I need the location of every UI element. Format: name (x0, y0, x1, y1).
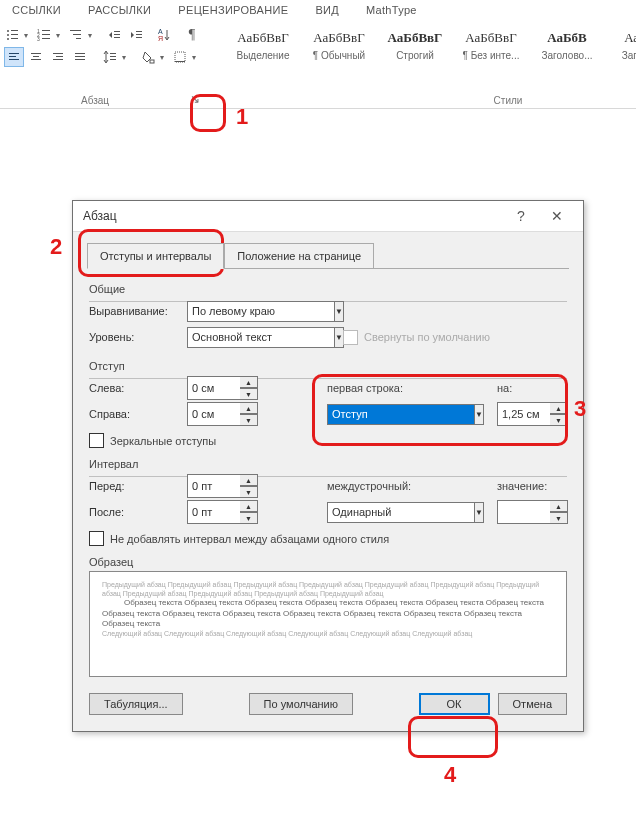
chevron-down-icon[interactable]: ▼ (474, 404, 484, 425)
firstline-select[interactable] (327, 404, 474, 425)
svg-rect-37 (110, 59, 116, 60)
alignment-select[interactable] (187, 301, 334, 322)
align-center-button[interactable] (26, 47, 46, 67)
help-button[interactable]: ? (503, 202, 539, 230)
chevron-down-icon[interactable]: ▼ (474, 502, 484, 523)
ribbon-tab[interactable]: РЕЦЕНЗИРОВАНИЕ (166, 0, 300, 20)
indent-left-field[interactable] (187, 376, 240, 400)
indent-right-field[interactable] (187, 402, 240, 426)
spin-up-icon[interactable]: ▲ (550, 500, 568, 512)
svg-rect-25 (9, 59, 19, 60)
annotation-2: 2 (50, 234, 62, 260)
spin-up-icon[interactable]: ▲ (240, 376, 258, 388)
svg-rect-31 (53, 59, 63, 60)
bullets-button[interactable] (2, 25, 22, 45)
shading-button[interactable] (138, 47, 158, 67)
spin-down-icon[interactable]: ▼ (550, 512, 568, 524)
close-button[interactable]: ✕ (539, 202, 575, 230)
svg-point-0 (7, 30, 9, 32)
ok-button[interactable]: ОК (419, 693, 490, 715)
ribbon-tab[interactable]: РАССЫЛКИ (76, 0, 163, 20)
numbering-button[interactable]: 123 (34, 25, 54, 45)
svg-text:3: 3 (37, 36, 40, 42)
style-tile[interactable]: АаБбВвГВыделение (228, 24, 298, 106)
show-marks-button[interactable]: ¶ (182, 25, 202, 45)
style-tile[interactable]: АаБбВЗаголово (608, 24, 636, 106)
spin-up-icon[interactable]: ▲ (240, 402, 258, 414)
svg-rect-16 (114, 34, 120, 35)
svg-rect-27 (33, 56, 39, 57)
tabulation-button[interactable]: Табуляция... (89, 693, 183, 715)
chevron-down-icon[interactable]: ▾ (122, 53, 130, 62)
svg-rect-11 (42, 38, 50, 39)
style-tile[interactable]: АаБбВЗаголово... (532, 24, 602, 106)
increase-indent-button[interactable] (126, 25, 146, 45)
style-tile[interactable]: АаБбВвГСтрогий (380, 24, 450, 106)
default-button[interactable]: По умолчанию (249, 693, 353, 715)
dialog-title: Абзац (83, 209, 503, 223)
svg-rect-1 (11, 30, 18, 31)
paragraph-dialog-launcher[interactable]: ↘ (188, 92, 202, 106)
line-spacing-select[interactable] (327, 502, 474, 523)
chevron-down-icon[interactable]: ▾ (160, 53, 168, 62)
svg-text:Я: Я (158, 35, 163, 42)
svg-rect-36 (110, 56, 116, 57)
borders-button[interactable] (170, 47, 190, 67)
spin-down-icon[interactable]: ▼ (240, 388, 258, 400)
ribbon-tab[interactable]: ВИД (303, 0, 351, 20)
svg-rect-39 (175, 52, 185, 62)
chevron-down-icon[interactable]: ▾ (24, 31, 32, 40)
ribbon-tab[interactable]: MathType (354, 0, 429, 20)
alignment-label: Выравнивание: (89, 305, 181, 317)
spin-down-icon[interactable]: ▼ (240, 512, 258, 524)
svg-rect-35 (110, 53, 116, 54)
firstline-label: первая строка: (327, 382, 447, 394)
level-label: Уровень: (89, 331, 181, 343)
spacing-after-field[interactable] (187, 500, 240, 524)
svg-rect-29 (53, 53, 63, 54)
chevron-down-icon[interactable]: ▼ (334, 301, 344, 322)
svg-rect-30 (56, 56, 63, 57)
cancel-button[interactable]: Отмена (498, 693, 567, 715)
paragraph-dialog: Абзац ? ✕ Отступы и интервалы Положение … (72, 200, 584, 732)
no-space-checkbox[interactable] (89, 531, 104, 546)
mirror-indent-checkbox[interactable] (89, 433, 104, 448)
svg-rect-14 (76, 38, 81, 39)
spin-up-icon[interactable]: ▲ (240, 474, 258, 486)
svg-rect-40 (175, 61, 185, 62)
style-tile[interactable]: АаБбВвГ¶ Без инте... (456, 24, 526, 106)
tab-page-position[interactable]: Положение на странице (224, 243, 374, 269)
svg-rect-28 (31, 59, 41, 60)
spin-down-icon[interactable]: ▼ (550, 414, 568, 426)
chevron-down-icon[interactable]: ▾ (56, 31, 64, 40)
before-label: Перед: (89, 480, 181, 492)
spacing-value-field[interactable] (497, 500, 550, 524)
section-common-label: Общие (89, 283, 567, 295)
ribbon-tabs: ССЫЛКИ РАССЫЛКИ РЕЦЕНЗИРОВАНИЕ ВИД MathT… (0, 0, 636, 20)
spin-up-icon[interactable]: ▲ (550, 402, 568, 414)
collapse-label: Свернуты по умолчанию (364, 331, 490, 343)
mirror-indent-label: Зеркальные отступы (110, 435, 216, 447)
multilevel-button[interactable] (66, 25, 86, 45)
justify-button[interactable] (70, 47, 90, 67)
style-tile[interactable]: АаБбВвГ¶ Обычный (304, 24, 374, 106)
by-field[interactable] (497, 402, 550, 426)
spin-down-icon[interactable]: ▼ (240, 414, 258, 426)
spin-up-icon[interactable]: ▲ (240, 500, 258, 512)
level-select[interactable] (187, 327, 334, 348)
tab-indents[interactable]: Отступы и интервалы (87, 243, 224, 269)
spacing-before-field[interactable] (187, 474, 240, 498)
svg-rect-9 (42, 34, 50, 35)
line-spacing-button[interactable] (100, 47, 120, 67)
by-label: на: (497, 382, 537, 394)
spin-down-icon[interactable]: ▼ (240, 486, 258, 498)
align-right-button[interactable] (48, 47, 68, 67)
svg-rect-33 (75, 56, 85, 57)
after-label: После: (89, 506, 181, 518)
align-left-button[interactable] (4, 47, 24, 67)
chevron-down-icon[interactable]: ▾ (192, 53, 200, 62)
chevron-down-icon[interactable]: ▾ (88, 31, 96, 40)
decrease-indent-button[interactable] (104, 25, 124, 45)
sort-button[interactable]: AЯ (154, 25, 174, 45)
ribbon-tab[interactable]: ССЫЛКИ (0, 0, 73, 20)
